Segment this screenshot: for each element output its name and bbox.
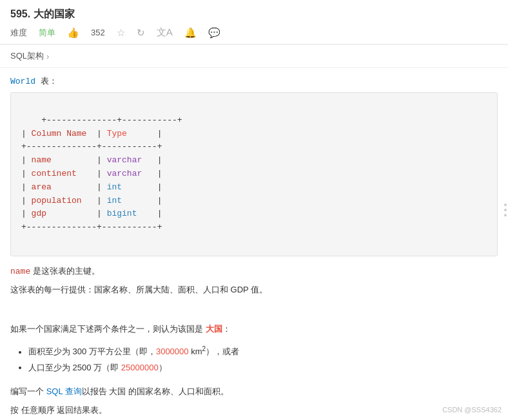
condition-population: 人口至少为 2500 万（即 25000000） bbox=[28, 360, 498, 376]
table-description: 这张表的每一行提供：国家名称、所属大陆、面积、人口和 GDP 值。 bbox=[10, 283, 498, 297]
dot2 bbox=[504, 209, 507, 211]
table-row-gdp: | gdp | bigint | bbox=[21, 209, 162, 218]
bell-icon[interactable]: 🔔 bbox=[184, 27, 197, 39]
page-title: 595. 大的国家 bbox=[10, 8, 498, 21]
like-count: 352 bbox=[91, 28, 105, 37]
world-table-suffix: 表： bbox=[35, 77, 57, 86]
schema-table: +--------------+-----------+ | Column Na… bbox=[10, 92, 498, 256]
star-icon[interactable]: ☆ bbox=[117, 27, 125, 39]
table-border-top: +--------------+-----------+ bbox=[41, 115, 182, 125]
breadcrumb: SQL架构 › bbox=[0, 45, 508, 68]
toolbar: 难度 简单 👍 352 ☆ ↻ 文A 🔔 💬 bbox=[10, 26, 498, 39]
bullet1-text: 面积至少为 300 万平方公里（即， bbox=[28, 347, 156, 357]
intro-part1: 如果一个国家满足下述两个条件之一，则认为该国是 bbox=[10, 324, 206, 334]
task-part2: 以报告 大国 的国家名称、人口和面积。 bbox=[82, 387, 229, 396]
scroll-indicator bbox=[504, 204, 507, 216]
conditions-list: 面积至少为 300 万平方公里（即，3000000 km2），或者 人口至少为 … bbox=[28, 343, 498, 376]
table-row-population: | population | int | bbox=[21, 196, 162, 205]
task-part1: 编写一个 bbox=[10, 387, 46, 396]
condition-area: 面积至少为 300 万平方公里（即，3000000 km2），或者 bbox=[28, 343, 498, 360]
table-row-name: | name | varchar | bbox=[21, 155, 162, 165]
difficulty-value: 简单 bbox=[39, 27, 55, 39]
world-table-label: World 表： bbox=[10, 75, 498, 87]
order-note: 按 任意顺序 返回结果表。 bbox=[10, 403, 498, 417]
bullet1-num: 3000000 bbox=[156, 347, 189, 357]
translate-icon[interactable]: 文A bbox=[157, 26, 173, 39]
main-content: World 表： +--------------+-----------+ | … bbox=[0, 68, 508, 309]
breadcrumb-arrow: › bbox=[46, 52, 49, 61]
task-description: 编写一个 SQL 查询以报告 大国 的国家名称、人口和面积。 bbox=[10, 384, 498, 399]
bullet1-unit: km bbox=[189, 347, 202, 357]
dot3 bbox=[504, 214, 507, 216]
table-border-bottom: +--------------+-----------+ bbox=[21, 222, 162, 232]
key-desc-suffix: 是这张表的主键。 bbox=[30, 266, 100, 276]
bullet2-num: 25000000 bbox=[121, 363, 159, 372]
big-country-label: 大国 bbox=[206, 324, 222, 334]
bullet2-suffix: ） bbox=[159, 363, 167, 372]
intro-part2: ： bbox=[222, 324, 231, 334]
bullet1-suffix: ），或者 bbox=[206, 347, 239, 357]
section-gap bbox=[0, 309, 508, 321]
table-row-area: | area | int | bbox=[21, 182, 162, 192]
page-header: 595. 大的国家 难度 简单 👍 352 ☆ ↻ 文A 🔔 💬 bbox=[0, 0, 508, 44]
sql-highlight: SQL 查询 bbox=[46, 387, 82, 396]
watermark: CSDN @SSS4362 bbox=[442, 406, 502, 414]
dot1 bbox=[504, 204, 507, 206]
difficulty-label: 难度 bbox=[10, 27, 27, 39]
world-word: World bbox=[10, 77, 35, 86]
table-border-mid: +--------------+-----------+ bbox=[21, 142, 162, 151]
breadcrumb-text[interactable]: SQL架构 bbox=[10, 50, 44, 62]
key-description: name 是这张表的主键。 bbox=[10, 264, 498, 279]
table-header: | Column Name | Type | bbox=[21, 129, 162, 138]
chat-icon[interactable]: 💬 bbox=[208, 27, 220, 39]
bullet2-text: 人口至少为 2500 万（即 bbox=[28, 363, 121, 372]
condition-intro: 如果一个国家满足下述两个条件之一，则认为该国是 大国： bbox=[10, 321, 498, 336]
key-name: name bbox=[10, 267, 30, 276]
table-row-continent: | continent | varchar | bbox=[21, 169, 162, 178]
condition-section: 如果一个国家满足下述两个条件之一，则认为该国是 大国： 面积至少为 300 万平… bbox=[0, 321, 508, 420]
thumb-up-icon[interactable]: 👍 bbox=[67, 27, 79, 39]
refresh-icon[interactable]: ↻ bbox=[137, 27, 145, 39]
